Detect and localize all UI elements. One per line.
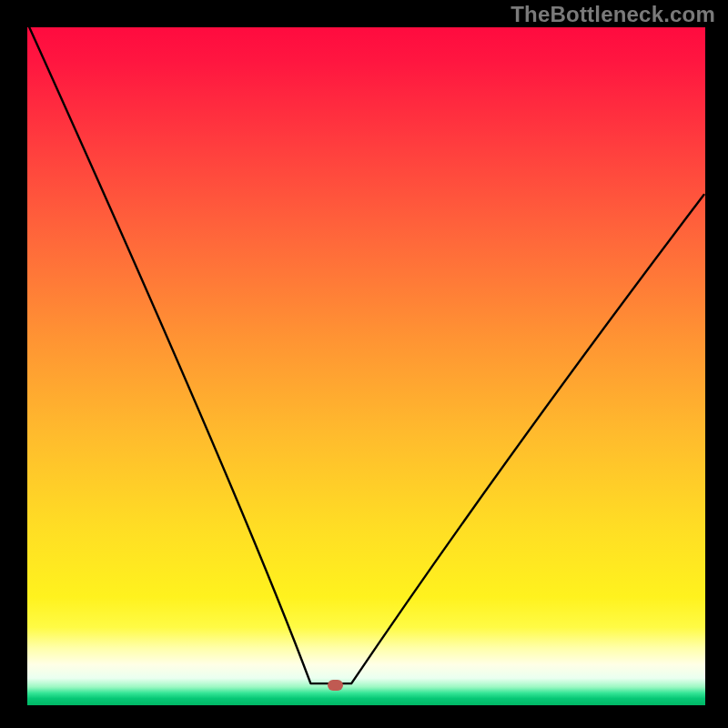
chart-stage: TheBottleneck.com (0, 0, 728, 728)
plot-area (27, 27, 705, 705)
bottleneck-curve (27, 27, 705, 705)
optimal-point-marker (328, 680, 343, 691)
watermark-text: TheBottleneck.com (511, 2, 715, 27)
